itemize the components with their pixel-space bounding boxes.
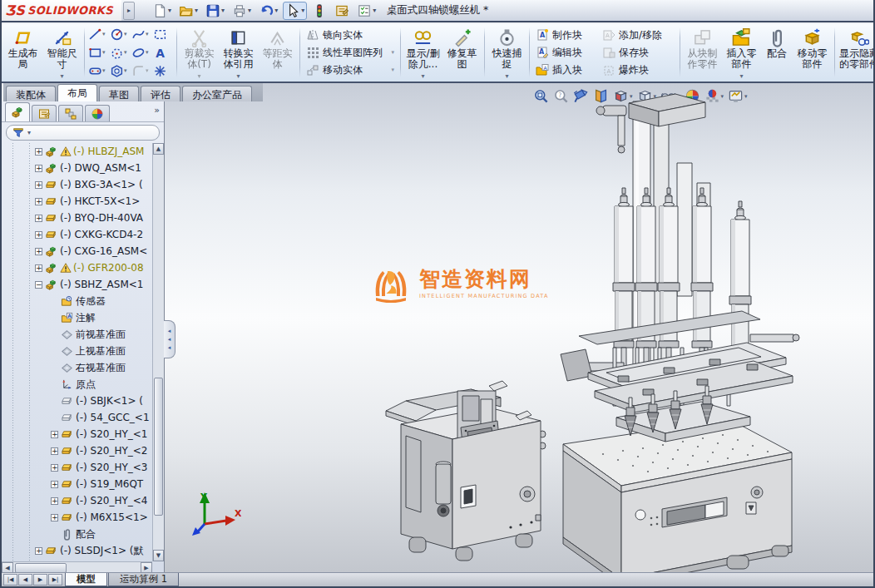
dropdown-caret[interactable]: ▾ xyxy=(274,7,278,14)
tree-item[interactable]: + (-) SLSDJ<1> (默 xyxy=(2,542,152,559)
expand-toggle[interactable]: + xyxy=(51,497,58,505)
generate-layout-button[interactable]: 生成布局 xyxy=(3,26,42,79)
command-tab[interactable]: 布局 xyxy=(57,84,97,101)
expand-toggle[interactable]: + xyxy=(35,231,42,239)
sketch-tool-button[interactable]: ▾ xyxy=(152,62,174,80)
toolbar-button[interactable]: ▾ xyxy=(354,2,378,20)
make-part-from-block-button[interactable]: 从块制作零件 xyxy=(683,26,722,79)
expand-toggle[interactable]: + xyxy=(51,481,58,488)
study-nav-button[interactable]: |◀ xyxy=(3,574,17,586)
expand-toggle[interactable]: + xyxy=(35,547,42,555)
tree-item[interactable]: A 注解 xyxy=(2,309,152,326)
make-block-button[interactable]: A 制作块 xyxy=(532,27,599,44)
tree-item[interactable]: + (-) CXG-16_ASM< xyxy=(2,243,152,259)
expand-toggle[interactable]: + xyxy=(35,148,42,156)
toolbar-button[interactable]: ▾ xyxy=(230,2,254,20)
tree-item[interactable]: + (-) GFR200-08 xyxy=(2,259,152,276)
dropdown-caret[interactable]: ▾ xyxy=(102,67,106,74)
sketch-tool-button[interactable]: ▾ xyxy=(109,25,131,43)
move-component-button[interactable]: 移动零部件 xyxy=(793,26,832,79)
sketch-tool-button[interactable]: ▾ xyxy=(152,25,174,43)
tree-item[interactable]: + (-) BXG-3A<1> ( xyxy=(2,176,152,193)
expand-toggle[interactable]: + xyxy=(35,181,42,189)
tree-item[interactable]: 上视基准面 xyxy=(2,343,152,359)
toolbar-button[interactable]: ▾ xyxy=(309,2,329,20)
dropdown-caret[interactable]: ▾ xyxy=(124,49,127,56)
dropdown-caret[interactable]: ▾ xyxy=(168,7,171,14)
panel-tab[interactable] xyxy=(5,102,30,121)
insert-component-button[interactable]: 插入零部件▾ xyxy=(722,26,761,79)
dropdown-caret[interactable]: ▾ xyxy=(373,7,376,14)
sketch-tool-button[interactable]: ▾ xyxy=(109,43,131,62)
trim-entities-button[interactable]: 剪裁实体(T)▾ xyxy=(180,26,219,79)
graphics-viewport[interactable]: ▾ ? ▾ ▾ ▾ ▾ xyxy=(165,83,875,574)
tree-item[interactable]: + (-) S20_HY_<4 xyxy=(2,492,152,509)
expand-toggle[interactable]: + xyxy=(35,165,42,172)
sketch-tool-button[interactable]: A ▾ xyxy=(152,43,174,62)
add-remove-button[interactable]: A 添加/移除 xyxy=(599,27,677,44)
dropdown-caret[interactable]: ▾ xyxy=(146,49,149,56)
tree-item[interactable]: + (-) HLBZJ_ASM xyxy=(2,143,152,160)
tree-filter[interactable]: ▾ xyxy=(6,125,160,141)
convert-entities-button[interactable]: 转换实体引用▾ xyxy=(219,26,258,79)
command-tab[interactable]: 草图 xyxy=(99,86,139,101)
tree-item[interactable]: + (-) S19_M6QT xyxy=(2,476,152,492)
sketch-tool-button[interactable]: ▾ xyxy=(131,25,152,43)
toolbar-button[interactable]: ▾ xyxy=(150,2,174,20)
tree-item[interactable]: + (-) BYQ-DH-40VA xyxy=(2,210,152,226)
tree-item[interactable]: + (-) CXKG-KCD4-2 xyxy=(2,226,152,243)
mirror-entities-button[interactable]: 镜向实体 xyxy=(303,27,398,44)
tree-vertical-scrollbar[interactable]: ▲ ▼ xyxy=(152,143,164,561)
tree-item[interactable]: 配合 xyxy=(2,526,152,542)
expand-toggle[interactable]: + xyxy=(35,248,42,255)
dropdown-caret[interactable]: ▾ xyxy=(195,7,198,14)
display-delete-relations-button[interactable]: 显示/删除几...▾ xyxy=(403,26,442,79)
tree-item[interactable]: 传感器 xyxy=(2,293,152,309)
expand-toggle[interactable]: − xyxy=(35,281,42,289)
toolbar-button[interactable]: ▾ xyxy=(203,2,227,20)
filter-caret[interactable]: ▾ xyxy=(27,129,31,136)
toolbar-button[interactable]: ▾ xyxy=(176,2,200,20)
scroll-up-arrow[interactable]: ▲ xyxy=(153,143,164,155)
command-tab[interactable]: 评估 xyxy=(141,86,180,101)
mate-button[interactable]: 配合 xyxy=(761,26,793,79)
tree-item[interactable]: + (-) DWQ_ASM<1 xyxy=(2,160,152,176)
edit-block-button[interactable]: A 编辑块 xyxy=(532,44,599,62)
panel-tab[interactable] xyxy=(32,105,57,121)
dropdown-caret[interactable]: ▾ xyxy=(146,31,149,37)
toolbar-button[interactable]: ▾ xyxy=(283,2,307,20)
toolbar-button[interactable]: ▾ xyxy=(332,2,352,20)
command-tab[interactable]: 办公室产品 xyxy=(182,86,252,101)
expand-toggle[interactable]: + xyxy=(51,431,58,438)
study-nav-button[interactable]: ◀ xyxy=(18,574,32,586)
scroll-down-arrow[interactable]: ▼ xyxy=(153,550,164,561)
sketch-tool-button[interactable]: ▾ xyxy=(131,62,152,80)
tree-item[interactable]: + (-) M6X15<1> xyxy=(2,509,152,526)
offset-entities-button[interactable]: 等距实体 xyxy=(258,26,297,79)
scrollbar-thumb[interactable] xyxy=(154,378,163,516)
expand-toggle[interactable]: + xyxy=(51,447,58,455)
panel-overflow-chevrons[interactable]: » xyxy=(154,105,164,117)
dropdown-caret[interactable]: ▾ xyxy=(124,31,127,37)
tree-item[interactable]: + (-) S20_HY_<2 xyxy=(2,442,152,459)
show-hidden-components-button[interactable]: 显示隐藏的零部件 xyxy=(838,26,873,79)
tree-item[interactable]: (-) 54_GCC_<1 xyxy=(2,409,152,426)
quick-snaps-button[interactable]: 快速捕捉▾ xyxy=(487,26,526,79)
expand-toggle[interactable]: + xyxy=(51,514,58,521)
sketch-tool-button[interactable]: ▾ xyxy=(109,62,131,80)
dropdown-caret[interactable]: ▾ xyxy=(248,7,251,14)
move-entities-button[interactable]: 移动实体▾ xyxy=(303,62,398,79)
expand-toggle[interactable]: + xyxy=(35,264,42,272)
dropdown-caret[interactable]: ▾ xyxy=(102,31,106,37)
study-tab[interactable]: 运动算例 1 xyxy=(108,573,179,586)
expand-toggle[interactable]: + xyxy=(35,198,42,205)
sketch-tool-button[interactable]: ▾ xyxy=(87,62,109,80)
command-tab[interactable]: 装配体 xyxy=(6,86,56,101)
tree-item[interactable]: (-) SBJK<1> ( xyxy=(2,393,152,409)
panel-splitter-handle[interactable]: ◂◂◂ xyxy=(164,320,175,358)
linear-sketch-pattern-button[interactable]: 线性草图阵列▾ xyxy=(303,44,398,62)
tree-item[interactable]: − (-) SBHZ_ASM<1 xyxy=(2,276,152,293)
expand-toggle[interactable]: + xyxy=(35,215,42,222)
tree-item[interactable]: 右视基准面 xyxy=(2,359,152,376)
tree-item[interactable]: 前视基准面 xyxy=(2,326,152,343)
